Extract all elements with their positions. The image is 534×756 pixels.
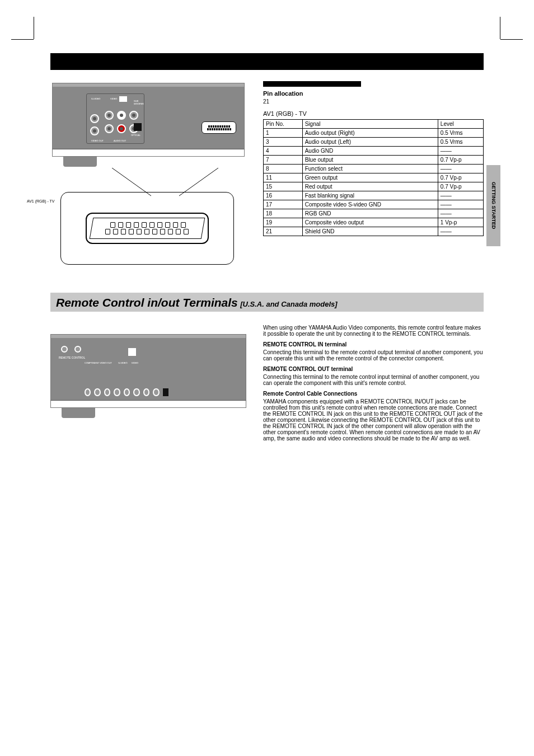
- table-cell: 15: [264, 182, 303, 191]
- label-component: COMPONENT VIDEO OUT: [85, 361, 112, 364]
- section-head-sub: [U.S.A. and Canada models]: [240, 300, 337, 308]
- table-cell: Composite video output: [302, 218, 438, 227]
- scart-small-icon: [202, 121, 236, 134]
- table-row: 18RGB GND——: [264, 209, 484, 218]
- remote-in-port-icon: [61, 346, 68, 353]
- table-cell: ——: [438, 165, 483, 173]
- table-cell: Function select: [302, 165, 438, 173]
- sub-section-bar: [263, 81, 361, 87]
- pin-th-1: Signal: [302, 120, 438, 129]
- label-svideo2: S-VIDEO: [118, 361, 127, 364]
- table-row: 21Shield GND——: [264, 227, 484, 236]
- table-cell: 21: [264, 227, 303, 236]
- table-row: 7Blue output0.7 Vp-p: [264, 156, 484, 165]
- table-cell: 0.7 Vp-p: [438, 182, 483, 191]
- intro-text: When using other YAMAHA Audio Video comp…: [263, 325, 484, 337]
- table-cell: Green output: [302, 173, 438, 182]
- svg-line-0: [112, 168, 151, 196]
- pin-table-caption: AV1 (RGB) - TV: [263, 110, 484, 117]
- pin-allocation-note: 21: [263, 98, 484, 105]
- pin-allocation-title: Pin allocation: [263, 90, 484, 97]
- label-svideo: S-VIDEO: [91, 97, 100, 100]
- table-cell: Red output: [302, 182, 438, 191]
- pin-th-2: Level: [438, 120, 483, 129]
- table-cell: Audio GND: [302, 147, 438, 156]
- table-cell: 0.5 Vrms: [438, 138, 483, 147]
- pin-th-0: Pin No.: [264, 120, 303, 129]
- cable-conn-title: Remote Control Cable Connections: [263, 391, 484, 397]
- out-terminal-title: REMOTE CONTROL OUT terminal: [263, 366, 484, 372]
- remote-out-port-icon: [74, 346, 81, 353]
- page-header-bar: [50, 53, 484, 70]
- table-row: 16Fast blanking signal——: [264, 191, 484, 200]
- table-cell: ——: [438, 191, 483, 200]
- scart-label: AV1 (RGB) - TV: [27, 199, 55, 203]
- table-cell: ——: [438, 209, 483, 218]
- label-video: VIDEO: [110, 97, 117, 100]
- table-cell: Shield GND: [302, 227, 438, 236]
- table-row: 4Audio GND——: [264, 147, 484, 156]
- table-cell: ——: [438, 147, 483, 156]
- table-row: 11Green output0.7 Vp-p: [264, 173, 484, 182]
- table-cell: Composite video S-video GND: [302, 200, 438, 209]
- label-opt: OPTICAL: [131, 134, 140, 137]
- rear-panel-figure-2: REMOTE CONTROL COMPONENT VIDEO OUT S-VID…: [50, 334, 246, 419]
- table-cell: Fast blanking signal: [302, 191, 438, 200]
- table-cell: ——: [438, 200, 483, 209]
- table-cell: Audio output (Right): [302, 129, 438, 138]
- table-cell: 18: [264, 209, 303, 218]
- remote-control-label: REMOTE CONTROL: [59, 356, 85, 359]
- table-cell: 0.7 Vp-p: [438, 173, 483, 182]
- table-cell: RGB GND: [302, 209, 438, 218]
- label-video2: VIDEO: [132, 361, 138, 364]
- table-cell: 19: [264, 218, 303, 227]
- callout-line: [50, 170, 246, 192]
- table-cell: ——: [438, 227, 483, 236]
- table-cell: 7: [264, 156, 303, 165]
- cable-conn-desc: YAMAHA components equipped with a REMOTE…: [263, 398, 484, 442]
- label-sub: SUB WOOFER: [134, 100, 144, 105]
- table-cell: 8: [264, 165, 303, 173]
- table-cell: Audio output (Left): [302, 138, 438, 147]
- table-cell: 3: [264, 138, 303, 147]
- svg-line-1: [179, 168, 218, 196]
- table-cell: 0.5 Vrms: [438, 129, 483, 138]
- label-videoout: VIDEO OUT: [91, 139, 104, 142]
- table-row: 17Composite video S-video GND——: [264, 200, 484, 209]
- table-row: 1Audio output (Right)0.5 Vrms: [264, 129, 484, 138]
- side-tab: GETTING STARTED: [486, 165, 500, 246]
- table-cell: 11: [264, 173, 303, 182]
- scart-connector-large-icon: AV1 (RGB) - TV: [83, 210, 212, 246]
- table-row: 3Audio output (Left)0.5 Vrms: [264, 138, 484, 147]
- table-cell: 1 Vp-p: [438, 218, 483, 227]
- section-head-main: Remote Control in/out Terminals: [56, 296, 238, 309]
- table-cell: Blue output: [302, 156, 438, 165]
- table-row: 8Function select——: [264, 165, 484, 173]
- pin-table: Pin No. Signal Level 1Audio output (Righ…: [263, 119, 484, 236]
- table-cell: 4: [264, 147, 303, 156]
- table-cell: 1: [264, 129, 303, 138]
- table-cell: 16: [264, 191, 303, 200]
- table-cell: 17: [264, 200, 303, 209]
- rear-panel-figure: S-VIDEO VIDEO SUB WOOFER: [50, 81, 246, 170]
- label-audioout: AUDIO OUT: [114, 139, 126, 142]
- in-terminal-desc: Connecting this terminal to the remote c…: [263, 349, 484, 361]
- table-row: 15Red output0.7 Vp-p: [264, 182, 484, 191]
- in-terminal-title: REMOTE CONTROL IN terminal: [263, 341, 484, 348]
- table-cell: 0.7 Vp-p: [438, 156, 483, 165]
- out-terminal-desc: Connecting this terminal to the remote c…: [263, 374, 484, 386]
- section-heading: Remote Control in/out Terminals [U.S.A. …: [50, 293, 484, 312]
- table-row: 19Composite video output1 Vp-p: [264, 218, 484, 227]
